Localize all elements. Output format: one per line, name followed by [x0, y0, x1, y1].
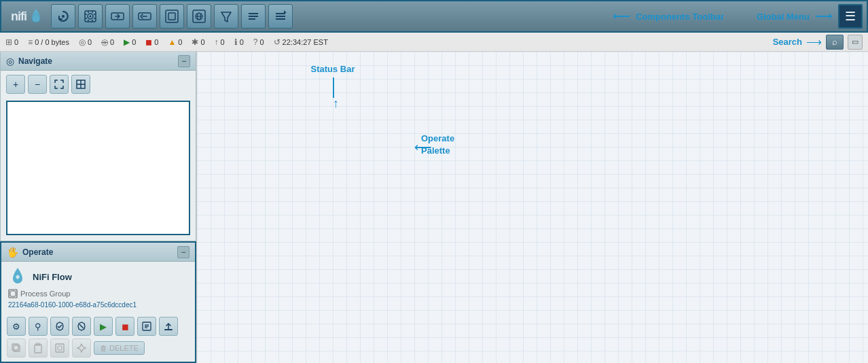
processor-count-item: ⊞ 0 — [5, 37, 18, 47]
add-remote-group-btn[interactable] — [187, 4, 211, 29]
navigate-panel-header: ◎ Navigate − — [1, 52, 196, 71]
start-icon: ▶ — [100, 322, 107, 332]
hamburger-icon: ☰ — [845, 9, 856, 24]
group-icon — [54, 343, 65, 353]
info-value: 0 — [240, 38, 244, 46]
svg-point-4 — [90, 16, 92, 18]
invalid-item: ◎ 0 — [101, 37, 114, 47]
create-template-icon — [141, 321, 152, 332]
transmitting-icon: ↑ — [215, 37, 219, 47]
global-menu-btn[interactable]: ☰ — [838, 4, 863, 29]
clock-value: 22:34:27 EST — [283, 38, 328, 46]
add-output-port-btn[interactable] — [132, 4, 157, 29]
actual-size-icon — [75, 79, 86, 90]
copy-icon — [11, 343, 22, 353]
input-port-icon — [110, 9, 125, 24]
group-btn[interactable] — [50, 339, 69, 358]
svg-rect-8 — [168, 13, 175, 20]
add-processor-btn[interactable] — [78, 4, 103, 29]
navigate-collapse-btn[interactable]: − — [178, 55, 190, 67]
enable-icon — [54, 321, 65, 332]
components-toolbar-label: Components Toolbar — [636, 12, 724, 22]
search-area: Search ⟶ ⌕ ▭ — [773, 35, 863, 50]
nifi-logo: nifi — [5, 7, 48, 25]
running-item: ▶ 0 — [124, 37, 136, 47]
search-arrow-icon: ⟶ — [806, 35, 822, 48]
queued-value: 0 — [88, 38, 92, 46]
zoom-in-btn[interactable]: + — [6, 75, 25, 94]
operate-collapse-btn[interactable]: − — [177, 246, 189, 258]
io-bytes-value: 0 / 0 bytes — [35, 38, 69, 46]
color-icon — [76, 343, 87, 353]
upload-template-btn[interactable] — [268, 4, 293, 29]
search-button[interactable]: ⌕ — [826, 35, 844, 50]
color-btn[interactable] — [72, 339, 91, 358]
warning-item: ▲ 0 — [168, 37, 182, 47]
navigate-panel-icon: ◎ — [6, 56, 14, 67]
navigate-panel-title: Navigate — [18, 56, 178, 66]
svg-point-1 — [62, 15, 65, 18]
processor-count-value: 0 — [14, 38, 18, 46]
enable-btn[interactable] — [50, 317, 69, 336]
add-funnel-btn[interactable] — [214, 4, 238, 29]
screen-icon: ▭ — [852, 37, 858, 46]
clock-item: ↺ 22:34:27 EST — [274, 37, 328, 47]
running-value: 0 — [132, 38, 136, 46]
search-icon: ⌕ — [832, 37, 837, 47]
svg-line-24 — [79, 324, 84, 328]
start-btn[interactable]: ▶ — [94, 317, 113, 336]
svg-rect-23 — [10, 291, 16, 296]
add-label-btn[interactable] — [241, 4, 266, 29]
fullscreen-button[interactable]: ▭ — [848, 35, 863, 50]
zoom-in-icon: + — [13, 79, 18, 90]
zoom-out-btn[interactable]: − — [28, 75, 47, 94]
variables-btn[interactable]: ⚲ — [29, 317, 48, 336]
stopped-item: ◼ 0 — [145, 37, 158, 47]
template-btn[interactable] — [137, 317, 156, 336]
navigate-canvas — [6, 101, 190, 235]
nifi-drop-icon — [29, 7, 43, 25]
configure-btn[interactable]: ⚙ — [7, 317, 26, 336]
fit-screen-btn[interactable] — [50, 75, 69, 94]
actual-size-btn[interactable] — [71, 75, 90, 94]
delete-icon: 🗑 — [100, 344, 107, 352]
nifi-flow-logo-icon — [9, 266, 26, 287]
remote-group-icon — [192, 9, 206, 24]
global-menu-label: Global Menu — [757, 12, 810, 22]
add-input-port-btn[interactable] — [105, 4, 130, 29]
search-label: Search — [773, 37, 802, 47]
error-value: 0 — [200, 38, 204, 46]
funnel-icon — [219, 9, 234, 24]
svg-rect-34 — [56, 344, 64, 352]
disable-btn[interactable] — [72, 317, 91, 336]
operate-panel-title: Operate — [22, 247, 177, 257]
transmitting-item: ↑ 0 — [215, 37, 225, 47]
copy-btn[interactable] — [7, 339, 26, 358]
refresh-icon — [56, 10, 70, 23]
operate-name-row: NiFi Flow — [8, 267, 188, 286]
paste-btn[interactable] — [29, 339, 48, 358]
paste-icon — [33, 343, 43, 353]
stop-btn[interactable]: ◼ — [115, 317, 134, 336]
svg-rect-35 — [58, 346, 62, 350]
invalid-icon: ◎ — [101, 37, 108, 47]
left-panel: ◎ Navigate − + − — [0, 52, 197, 363]
svg-rect-7 — [166, 10, 178, 22]
global-menu-arrow: ⟶ — [815, 9, 833, 24]
error-icon: ✱ — [192, 37, 198, 47]
delete-label: DELETE — [109, 344, 139, 352]
queued-item: ◎ 0 — [79, 37, 92, 47]
operate-panel: 🖐 Operate − NiFi Flow — [0, 241, 196, 363]
io-bytes-icon: ≡ — [28, 37, 33, 47]
error-item: ✱ 0 — [192, 37, 204, 47]
refresh-toolbar-btn[interactable] — [51, 4, 75, 29]
template-icon — [273, 9, 288, 24]
delete-btn[interactable]: 🗑 DELETE — [94, 341, 145, 355]
nifi-text: nifi — [11, 10, 26, 24]
add-process-group-btn[interactable] — [160, 4, 184, 29]
processor-icon — [83, 9, 98, 24]
move-to-parent-btn[interactable] — [159, 317, 178, 336]
disable-icon — [76, 321, 87, 332]
canvas-area: Status Bar ↑ Operate Palette ⟵ — [197, 52, 868, 363]
svg-rect-29 — [164, 329, 173, 330]
